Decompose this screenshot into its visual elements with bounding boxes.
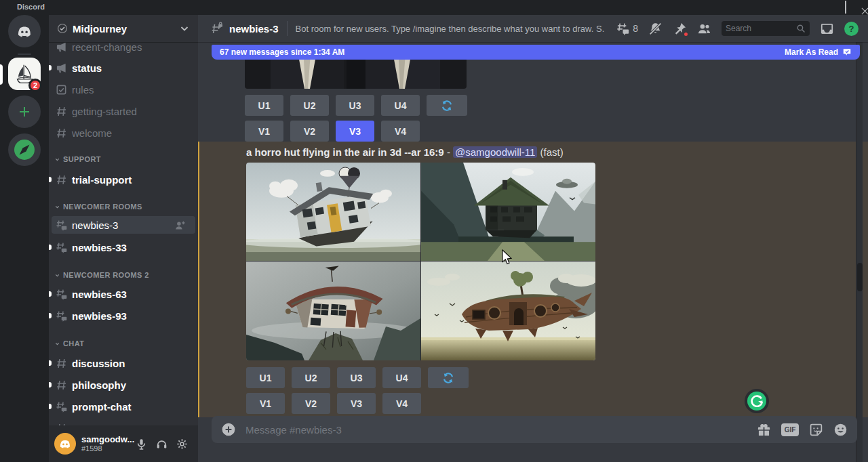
u4-button[interactable]: U4 [381, 95, 420, 116]
rerun-icon [441, 100, 453, 112]
thread-count: 8 [633, 23, 638, 34]
unread-pill [49, 404, 52, 409]
gift-icon[interactable] [757, 423, 771, 437]
hash-icon [56, 358, 67, 369]
new-messages-banner[interactable]: 67 new messages since 1:34 AM Mark As Re… [212, 45, 860, 60]
sidebar-item-welcome[interactable]: welcome [52, 124, 195, 142]
channel-topic[interactable]: Bot room for new users. Type /imagine th… [296, 24, 604, 34]
grammarly-button[interactable] [745, 389, 769, 413]
v4-button[interactable]: V4 [382, 393, 421, 414]
settings-gear-icon[interactable] [176, 438, 188, 450]
server-rail: 2 [0, 15, 49, 462]
header-divider [287, 21, 288, 36]
category-newcomer-rooms-2[interactable]: NEWCOMER ROOMS 2 [54, 271, 149, 279]
sidebar-item-newbies-33[interactable]: newbies-33 [52, 238, 195, 256]
user-mention[interactable]: @samgoodwill-11 [453, 146, 537, 158]
v2-button[interactable]: V2 [290, 121, 329, 142]
scrollbar-thumb[interactable] [857, 263, 863, 291]
announcement-icon [56, 41, 67, 53]
u4-button[interactable]: U4 [382, 367, 421, 388]
prompt-text: a horro hut flying in the air in 3d --ar… [246, 146, 444, 158]
u1-button[interactable]: U1 [245, 95, 283, 116]
search-icon [796, 24, 806, 33]
add-server-button[interactable] [8, 96, 41, 128]
background-window-strip [0, 457, 868, 462]
banner-text: 67 new messages since 1:34 AM [220, 47, 344, 57]
channel-sidebar: Midjourney recent-changes status rules g… [49, 15, 198, 462]
create-invite-icon[interactable] [174, 219, 186, 231]
v4-button[interactable]: V4 [381, 121, 420, 142]
user-avatar[interactable] [54, 433, 76, 455]
grid-image-3[interactable] [246, 261, 420, 360]
category-newcomer-rooms[interactable]: NEWCOMER ROOMS [54, 203, 142, 211]
u3-button[interactable]: U3 [337, 367, 376, 388]
mic-icon[interactable] [136, 438, 147, 450]
help-button[interactable]: ? [844, 22, 859, 36]
member-list-icon[interactable] [697, 22, 711, 36]
mark-as-read-button[interactable]: Mark As Read [785, 47, 838, 57]
sidebar-item-trial-support[interactable]: trial-support [52, 171, 195, 188]
u1-button[interactable]: U1 [246, 367, 285, 388]
rerun-button[interactable] [427, 95, 467, 116]
grid-image-1[interactable] [246, 163, 420, 261]
sidebar-item-getting-started[interactable]: getting-started [52, 102, 195, 120]
pin-badge-dot [683, 31, 689, 37]
server-header[interactable]: Midjourney [49, 15, 198, 42]
category-support[interactable]: SUPPORT [54, 155, 101, 163]
v2-button[interactable]: V2 [292, 393, 330, 414]
chevron-down-icon [179, 23, 190, 34]
v3-button[interactable]: V3 [337, 393, 376, 414]
threads-button[interactable]: 8 [616, 22, 638, 36]
home-button[interactable] [8, 15, 41, 47]
unread-pill [49, 291, 52, 297]
window-maximize-button[interactable] [845, 1, 846, 14]
attach-plus-icon[interactable] [221, 422, 236, 437]
sidebar-item-newbies-63[interactable]: newbies-63 [52, 285, 195, 303]
mouse-cursor [502, 249, 513, 266]
sidebar-item-philosophy[interactable]: philosophy [52, 376, 195, 394]
hash-icon [56, 106, 67, 117]
channel-header: newbies-3 Bot room for new users. Type /… [198, 15, 868, 42]
notifications-muted-icon[interactable] [648, 22, 663, 36]
rerun-button[interactable] [428, 367, 469, 388]
midjourney-image-grid[interactable] [246, 163, 595, 360]
inbox-icon[interactable] [820, 22, 834, 36]
sidebar-item-prompt-chat[interactable]: prompt-chat [52, 398, 195, 415]
message-composer[interactable]: Message #newbies-3 GIF [212, 416, 857, 443]
grid-image-2[interactable] [421, 163, 595, 261]
maximize-icon [845, 1, 846, 14]
message-input[interactable]: Message #newbies-3 [245, 424, 757, 436]
hash-icon [56, 174, 67, 186]
search-input[interactable]: Search [722, 21, 810, 36]
sidebar-item-status[interactable]: status [52, 59, 195, 77]
unread-pill [49, 245, 52, 250]
grid-image-4[interactable] [421, 261, 595, 360]
category-chat[interactable]: CHAT [54, 339, 84, 348]
u2-button[interactable]: U2 [290, 95, 329, 116]
app-title: Discord [17, 3, 45, 11]
help-glyph: ? [849, 24, 854, 34]
sidebar-item-discussion[interactable]: discussion [52, 354, 195, 372]
u2-button[interactable]: U2 [292, 367, 330, 388]
sidebar-item-newbies-3[interactable]: newbies-3 [52, 216, 195, 234]
hash-icon [56, 127, 67, 139]
gif-picker-button[interactable]: GIF [781, 423, 799, 436]
headphones-icon[interactable] [156, 438, 167, 450]
previous-upscale-row: U1 U2 U3 U4 [245, 95, 467, 116]
sidebar-item-newbies-93[interactable]: newbies-93 [52, 307, 195, 324]
unread-pill [49, 65, 52, 70]
emoji-icon[interactable] [833, 423, 848, 437]
pinned-messages-button[interactable] [673, 22, 687, 36]
plus-icon [17, 104, 32, 119]
hash-chat-icon [56, 242, 67, 253]
sidebar-item-rules[interactable]: rules [52, 81, 195, 98]
v3-button-active[interactable]: V3 [336, 121, 374, 142]
explore-servers-button[interactable] [8, 133, 41, 166]
hash-icon [56, 379, 67, 391]
unread-pill [49, 313, 52, 318]
v1-button[interactable]: V1 [245, 121, 283, 142]
user-identity[interactable]: samgoodw... #1598 [81, 434, 133, 453]
sticker-icon[interactable] [809, 423, 823, 437]
u3-button[interactable]: U3 [336, 95, 374, 116]
v1-button[interactable]: V1 [246, 393, 285, 414]
